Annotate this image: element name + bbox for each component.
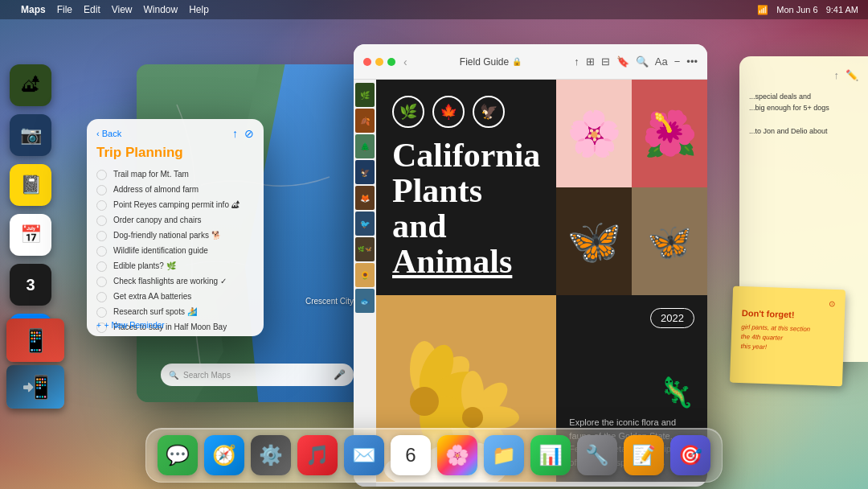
back-arrow-button[interactable]: ‹ xyxy=(403,55,407,68)
map-search-bar[interactable]: 🔍 Search Maps 🎤 xyxy=(161,364,354,386)
notes-compose-icon[interactable]: ✏️ xyxy=(845,69,858,81)
dock-mail[interactable]: ✉️ xyxy=(344,435,384,475)
keynote-dock-icon: 🎯 xyxy=(678,444,702,466)
sticky-note[interactable]: ⊙ Don't forget! girl pants, at this sect… xyxy=(730,286,845,387)
dock-pages[interactable]: 📝 xyxy=(624,435,664,475)
thumb-3[interactable]: 🌲 xyxy=(355,134,375,158)
dock-messages[interactable]: 💬 xyxy=(158,435,198,475)
dock-safari[interactable]: 🧭 xyxy=(204,435,244,475)
thumb-7[interactable]: 🌿🦋 xyxy=(355,237,375,261)
reminder-text: Check flashlights are working ✓ xyxy=(113,277,227,286)
reminder-text: Point Reyes camping permit info 🏕 xyxy=(113,200,240,209)
font-icon[interactable]: Aa xyxy=(655,55,668,68)
reminder-checkbox[interactable] xyxy=(96,246,107,257)
sticky-toolbar: ⊙ xyxy=(742,296,835,308)
bookmark-icon[interactable]: 🔖 xyxy=(616,55,629,68)
thumb-6[interactable]: 🐦 xyxy=(355,212,375,236)
sticky-more-icon[interactable]: ⊙ xyxy=(829,299,835,308)
list-item[interactable]: Point Reyes camping permit info 🏕 xyxy=(87,198,264,213)
notes-share-icon[interactable]: ↑ xyxy=(834,69,840,81)
reminders-window[interactable]: ‹ Back ↑ ⊘ Trip Planning Trail map for M… xyxy=(87,119,264,336)
dock-photos[interactable]: 🌸 xyxy=(437,435,477,475)
photos-dock-icon: 🌸 xyxy=(445,444,469,466)
sidebar-icon-outdoor-living[interactable]: 🏕 xyxy=(10,64,51,106)
field-guide-window[interactable]: ‹ Field Guide 🔒 ↑ ⊞ ⊟ 🔖 🔍 Aa − ••• 🌿 🍂 🌲… xyxy=(354,44,707,487)
book-flowers-section: 🌸 🌺 🦋 🦋 xyxy=(556,80,707,295)
menu-window[interactable]: Window xyxy=(144,4,178,15)
dock-music[interactable]: 🎵 xyxy=(297,435,338,475)
pages-dock-icon: 📝 xyxy=(632,444,656,466)
dock-numbers[interactable]: 📊 xyxy=(530,435,571,475)
sidebar-icon-photos[interactable]: 📷 xyxy=(10,114,51,156)
thumb-8[interactable]: 🌻 xyxy=(355,263,375,287)
list-item[interactable]: Dog-friendly national parks 🐕 xyxy=(87,228,264,244)
dock-launchpad[interactable]: ⚙️ xyxy=(251,435,291,475)
flower-cell-3: 🦋 xyxy=(556,187,632,295)
close-button[interactable] xyxy=(363,58,371,66)
thumb-5[interactable]: 🦊 xyxy=(355,186,375,210)
menu-view[interactable]: View xyxy=(112,4,133,15)
messages-dock-icon: 💬 xyxy=(166,444,190,466)
minimize-button[interactable] xyxy=(375,58,383,66)
mini-app-1[interactable]: 📱 xyxy=(6,318,64,362)
reminder-checkbox[interactable] xyxy=(96,170,107,180)
field-guide-title-label: Field Guide xyxy=(460,56,509,68)
list-item[interactable]: Research surf spots 🏄 xyxy=(87,305,264,320)
menu-file[interactable]: File xyxy=(57,4,72,15)
thumbnail-sidebar[interactable]: 🌿 🍂 🌲 🦅 🦊 🐦 🌿🦋 🌻 🐟 xyxy=(354,80,376,487)
menu-edit[interactable]: Edit xyxy=(84,4,100,15)
reminder-checkbox[interactable] xyxy=(96,200,107,211)
reminder-checkbox[interactable] xyxy=(96,277,107,287)
reminder-checkbox[interactable] xyxy=(96,261,107,272)
list-item[interactable]: Dune sledding rentals xyxy=(87,335,264,336)
notes-line-1: ...special deals and xyxy=(749,91,858,102)
active-app-name[interactable]: Maps xyxy=(21,4,46,15)
sidebar-icon-day-counter[interactable]: 3 xyxy=(10,264,51,306)
dock-calendar[interactable]: 6 xyxy=(391,435,431,475)
list-item[interactable]: Order canopy and chairs xyxy=(87,213,264,228)
list-item[interactable]: Check flashlights are working ✓ xyxy=(87,274,264,290)
mini-app-2[interactable]: 📲 xyxy=(6,365,64,409)
thumb-4[interactable]: 🦅 xyxy=(355,160,375,184)
list-item[interactable]: Address of almond farm xyxy=(87,183,264,198)
menu-help[interactable]: Help xyxy=(189,4,209,15)
title-line-3: Animals xyxy=(392,244,540,279)
dock-keynote[interactable]: 🎯 xyxy=(670,435,710,475)
reminders-more-icon[interactable]: ⊘ xyxy=(244,127,254,140)
reminder-checkbox[interactable] xyxy=(96,185,107,195)
add-reminder-button[interactable]: + + New Reminder xyxy=(96,321,165,330)
calendar-dock-icon: 6 xyxy=(405,444,416,466)
more-icon[interactable]: ••• xyxy=(686,55,698,68)
thumb-9[interactable]: 🐟 xyxy=(355,289,375,313)
minus-icon[interactable]: − xyxy=(674,55,681,68)
reminder-checkbox[interactable] xyxy=(96,292,107,302)
sidebar-icon-calendar[interactable]: 📅 xyxy=(10,214,51,256)
launchpad-dock-icon: ⚙️ xyxy=(259,444,283,466)
photos-icon: 📷 xyxy=(20,125,42,146)
dock-finder[interactable]: 📁 xyxy=(484,435,524,475)
flower-cell-2: 🌺 xyxy=(632,80,707,187)
list-item[interactable]: Get extra AA batteries xyxy=(87,290,264,305)
sidebar-icon-notes[interactable]: 📓 xyxy=(10,164,51,206)
reminder-text: Order canopy and chairs xyxy=(113,216,202,224)
grid-icon[interactable]: ⊞ xyxy=(586,55,595,68)
reminders-share-icon[interactable]: ↑ xyxy=(232,127,238,140)
list-item[interactable]: Wildlife identification guide xyxy=(87,244,264,259)
field-guide-content: 🌿 🍂 🌲 🦅 🦊 🐦 🌿🦋 🌻 🐟 🌿 🍁 🦅 xyxy=(354,80,707,487)
reminder-checkbox[interactable] xyxy=(96,231,107,241)
thumb-2[interactable]: 🍂 xyxy=(355,109,375,133)
dock-system-prefs[interactable]: 🔧 xyxy=(577,435,617,475)
reminder-checkbox[interactable] xyxy=(96,216,107,226)
list-item[interactable]: Trail map for Mt. Tam xyxy=(87,167,264,183)
reminder-checkbox[interactable] xyxy=(96,307,107,318)
list-item[interactable]: Edible plants? 🌿 xyxy=(87,259,264,274)
notes-line-2: ...big enough for 5+ dogs xyxy=(749,102,858,113)
reminders-back-button[interactable]: ‹ Back xyxy=(96,129,121,138)
flower-cell-1: 🌸 xyxy=(556,80,632,187)
thumb-1[interactable]: 🌿 xyxy=(355,83,375,107)
layout-icon[interactable]: ⊟ xyxy=(601,55,610,68)
maximize-button[interactable] xyxy=(387,58,395,66)
share-icon[interactable]: ↑ xyxy=(574,55,579,68)
search-toolbar-icon[interactable]: 🔍 xyxy=(636,55,649,68)
reminder-text: Edible plants? 🌿 xyxy=(113,261,176,270)
